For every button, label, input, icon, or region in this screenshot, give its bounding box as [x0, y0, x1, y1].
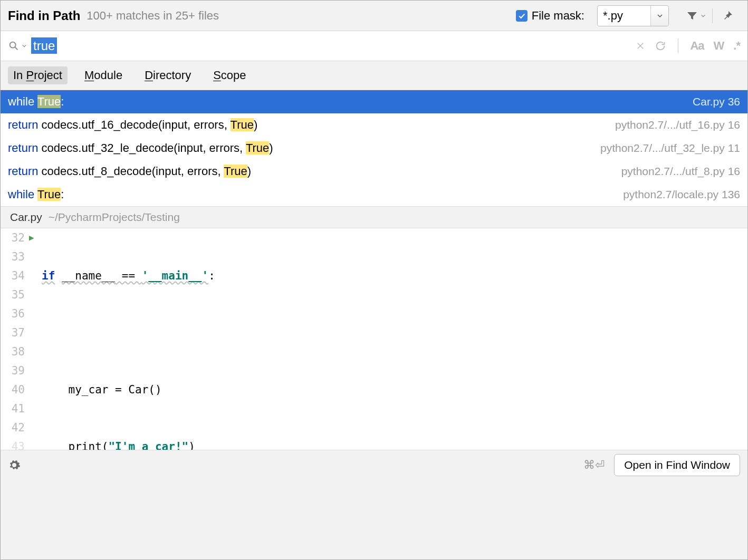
- preview-filename: Car.py: [10, 211, 42, 224]
- search-input[interactable]: true: [31, 38, 636, 53]
- line-gutter: 323334353637383940414243: [1, 228, 29, 450]
- preview-header: Car.py ~/PycharmProjects/Testing: [1, 206, 747, 228]
- preview-path: ~/PycharmProjects/Testing: [49, 211, 180, 224]
- run-gutter[interactable]: ▶: [29, 228, 40, 247]
- search-query-text: true: [31, 37, 57, 54]
- chevron-down-icon[interactable]: [22, 43, 27, 49]
- result-row[interactable]: return codecs.utf_16_decode(input, error…: [1, 113, 747, 137]
- code-lines: if __name__ == '__main__': my_car = Car(…: [42, 228, 747, 450]
- clear-icon[interactable]: [636, 41, 645, 51]
- file-mask-input[interactable]: [598, 6, 650, 26]
- tab-scope[interactable]: Scope: [208, 66, 251, 84]
- result-row[interactable]: while True: python2.7/locale.py 136: [1, 183, 747, 206]
- dialog-title: Find in Path: [8, 8, 80, 23]
- tab-in-project[interactable]: In Project: [8, 66, 68, 84]
- scope-tabs: In Project Module Directory Scope: [1, 61, 747, 90]
- result-row[interactable]: return codecs.utf_8_decode(input, errors…: [1, 160, 747, 183]
- history-icon[interactable]: [655, 40, 666, 52]
- filter-icon[interactable]: [686, 9, 698, 22]
- keyboard-shortcut: ⌘⏎: [583, 458, 605, 472]
- file-mask-label: File mask:: [532, 9, 584, 23]
- svg-line-1: [15, 47, 18, 50]
- match-count: 100+ matches in 25+ files: [87, 9, 515, 23]
- open-in-find-window-button[interactable]: Open in Find Window: [614, 454, 740, 476]
- match-case-toggle[interactable]: Aa: [690, 39, 704, 53]
- search-row: true Aa W .*: [1, 31, 747, 61]
- whole-words-toggle[interactable]: W: [714, 39, 724, 53]
- results-list: while True: Car.py 36 return codecs.utf_…: [1, 90, 747, 206]
- result-row[interactable]: while True: Car.py 36: [1, 90, 747, 113]
- tab-directory[interactable]: Directory: [139, 66, 196, 84]
- pin-icon[interactable]: [721, 9, 734, 22]
- result-row[interactable]: return codecs.utf_32_le_decode(input, er…: [1, 137, 747, 160]
- gear-icon[interactable]: [8, 459, 21, 471]
- divider: [712, 8, 713, 23]
- tab-module[interactable]: Module: [79, 66, 128, 84]
- combo-dropdown-button[interactable]: [650, 6, 668, 26]
- regex-toggle[interactable]: .*: [733, 39, 740, 53]
- dialog-header: Find in Path 100+ matches in 25+ files F…: [1, 1, 747, 31]
- file-mask-combo[interactable]: [597, 5, 669, 26]
- svg-point-0: [10, 42, 16, 48]
- search-icon: [8, 40, 20, 52]
- search-options: Aa W .*: [636, 38, 740, 53]
- chevron-down-icon[interactable]: [701, 13, 706, 18]
- file-mask-checkbox[interactable]: File mask:: [516, 9, 590, 23]
- divider: [678, 38, 678, 53]
- code-preview[interactable]: 323334353637383940414243 ▶ if __name__ =…: [1, 228, 747, 450]
- dialog-footer: ⌘⏎ Open in Find Window: [1, 450, 747, 479]
- check-icon: [516, 10, 528, 22]
